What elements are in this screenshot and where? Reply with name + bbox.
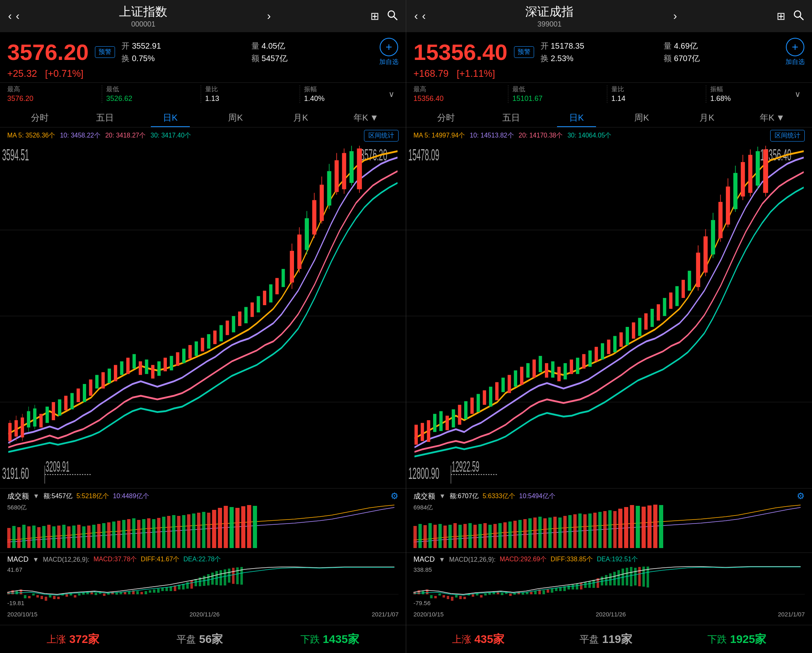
svg-rect-42 xyxy=(182,349,185,363)
right-vol-dropdown-icon[interactable]: ▼ xyxy=(439,493,446,500)
right-stats-button[interactable]: 区间统计 xyxy=(770,130,805,142)
left-macd-header: MACD ▼ MACD(12,26,9): MACD:37.78个 DIFF:4… xyxy=(0,553,406,566)
left-nav-left: ‹ ‹ xyxy=(8,10,20,23)
left-flat-stat: 平盘 56家 xyxy=(177,632,223,647)
left-stock-code: 000001 xyxy=(119,20,167,29)
right-down-label: 下跌 xyxy=(707,633,727,646)
right-tab-zhouk[interactable]: 周K xyxy=(609,109,674,127)
svg-rect-215 xyxy=(526,363,530,378)
right-tab-wuri[interactable]: 五日 xyxy=(479,109,544,127)
right-tab-fenshi[interactable]: 分时 xyxy=(413,109,479,127)
svg-rect-95 xyxy=(77,525,80,548)
left-ma-bar: MA 5: 3526.36个 10: 3458.22个 20: 3418.27个… xyxy=(0,127,406,144)
left-vol-settings-icon[interactable]: ⚙ xyxy=(391,491,399,501)
svg-rect-326 xyxy=(463,597,466,599)
svg-rect-361 xyxy=(609,573,612,585)
svg-rect-369 xyxy=(642,567,645,587)
left-bottom-bar: 上涨 372家 平盘 56家 下跌 1435家 xyxy=(0,625,406,653)
svg-rect-164 xyxy=(145,591,147,594)
svg-rect-104 xyxy=(122,520,125,548)
left-stat-low: 最低 3526.62 xyxy=(102,85,201,103)
left-tab-zhouk[interactable]: 周K xyxy=(203,109,268,127)
right-tab-rik[interactable]: 日K xyxy=(544,109,609,127)
svg-rect-197 xyxy=(415,425,418,445)
right-candlestick-chart[interactable]: 15478.09 12800.90 15356.40 12922.59 xyxy=(406,144,812,488)
left-add-watchlist-button[interactable]: + 加自选 xyxy=(379,38,399,66)
svg-rect-291 xyxy=(548,517,551,548)
right-diff-val: DIFF:338.85个 xyxy=(551,555,593,564)
svg-rect-24 xyxy=(70,393,74,409)
svg-rect-101 xyxy=(107,522,110,548)
right-nav-next[interactable]: › xyxy=(673,10,677,23)
svg-rect-290 xyxy=(543,518,547,548)
svg-rect-41 xyxy=(176,352,179,366)
svg-rect-127 xyxy=(241,506,245,548)
left-stats-row: 最高 3576.20 最低 3526.62 量比 1.13 振幅 1.40% ∨ xyxy=(0,82,406,105)
left-macd-dropdown-icon[interactable]: ▼ xyxy=(33,556,39,563)
right-add-watchlist-button[interactable]: + 加自选 xyxy=(785,38,805,66)
right-back-button[interactable]: ‹ xyxy=(414,10,418,23)
left-stats-button[interactable]: 区间统计 xyxy=(364,130,399,142)
left-back-button[interactable]: ‹ xyxy=(8,10,12,23)
svg-rect-296 xyxy=(573,514,576,548)
right-tab-niank[interactable]: 年K ▼ xyxy=(740,109,805,127)
right-price-row: 15356.40 预警 开 15178.35 量 4.69亿 换 2.53% 额… xyxy=(413,38,805,66)
svg-rect-109 xyxy=(147,518,150,548)
svg-rect-216 xyxy=(532,359,536,378)
left-tab-fenshi[interactable]: 分时 xyxy=(7,109,72,127)
left-tab-rik[interactable]: 日K xyxy=(138,109,203,127)
svg-rect-185 xyxy=(232,568,234,584)
left-up-label: 上涨 xyxy=(47,633,66,646)
right-warning-badge[interactable]: 预警 xyxy=(514,46,534,58)
right-search-icon[interactable] xyxy=(793,9,804,23)
left-tab-yuek[interactable]: 月K xyxy=(268,109,333,127)
right-up-count: 435家 xyxy=(475,632,505,647)
svg-rect-285 xyxy=(518,520,522,548)
left-chevron-icon[interactable]: ∨ xyxy=(389,89,395,99)
svg-rect-269 xyxy=(438,524,442,548)
left-tab-wuri[interactable]: 五日 xyxy=(72,109,138,127)
right-add-icon: + xyxy=(786,38,804,56)
right-nav-prev[interactable]: ‹ xyxy=(422,10,426,23)
svg-rect-295 xyxy=(568,515,571,548)
svg-rect-93 xyxy=(67,526,70,548)
svg-rect-328 xyxy=(472,594,474,597)
right-nav-left: ‹ ‹ xyxy=(414,10,426,23)
left-tab-niank[interactable]: 年K ▼ xyxy=(333,109,399,127)
left-amplitude-label: 振幅 xyxy=(304,85,325,94)
left-vol-dropdown-icon[interactable]: ▼ xyxy=(33,493,39,500)
svg-rect-198 xyxy=(421,423,424,441)
svg-rect-121 xyxy=(207,513,210,548)
svg-rect-368 xyxy=(638,567,641,586)
svg-rect-113 xyxy=(167,516,170,548)
svg-rect-90 xyxy=(52,526,56,548)
right-chevron-icon[interactable]: ∨ xyxy=(795,89,801,99)
svg-rect-266 xyxy=(423,525,427,548)
right-macd-label: MACD xyxy=(413,555,435,564)
left-grid-icon[interactable]: ⊞ xyxy=(370,10,379,23)
svg-rect-299 xyxy=(588,513,592,548)
right-grid-icon[interactable]: ⊞ xyxy=(777,10,785,23)
right-ma-bar: MA 5: 14997.94个 10: 14513.82个 20: 14170.… xyxy=(406,127,812,144)
left-vol-ratio-label: 量比 xyxy=(205,85,296,94)
left-warning-badge[interactable]: 预警 xyxy=(95,46,115,58)
svg-rect-238 xyxy=(669,292,672,309)
svg-rect-23 xyxy=(64,396,68,410)
left-search-icon[interactable] xyxy=(386,9,398,23)
right-down-count: 1925家 xyxy=(730,632,766,647)
left-volume-label: 成交额 xyxy=(7,491,29,501)
svg-rect-355 xyxy=(584,582,586,588)
right-tab-yuek[interactable]: 月K xyxy=(674,109,740,127)
left-nav-prev[interactable]: ‹ xyxy=(16,10,19,23)
svg-rect-38 xyxy=(157,361,160,376)
svg-rect-47 xyxy=(213,331,216,344)
left-change-value: +25.32 xyxy=(7,68,37,79)
left-candlestick-chart[interactable]: 3594.51 3191.60 3576.20 3209.91 xyxy=(0,144,406,488)
svg-rect-306 xyxy=(624,507,628,548)
right-vol-settings-icon[interactable]: ⚙ xyxy=(797,491,805,501)
svg-rect-220 xyxy=(557,367,561,381)
left-nav-next[interactable]: › xyxy=(267,10,271,23)
svg-rect-218 xyxy=(545,363,548,378)
svg-rect-21 xyxy=(52,402,55,420)
right-macd-dropdown-icon[interactable]: ▼ xyxy=(439,556,445,563)
